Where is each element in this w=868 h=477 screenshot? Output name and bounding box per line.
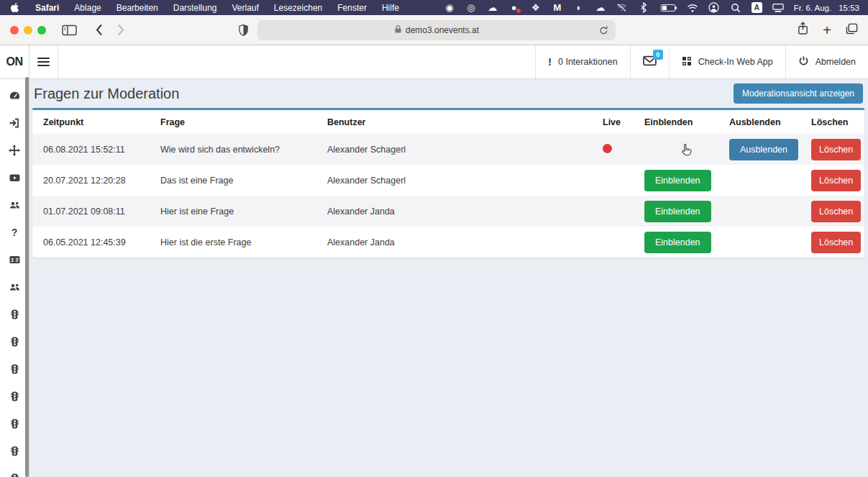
traffic-light-icon[interactable] [9, 308, 21, 320]
macos-menubar: Safari Ablage Bearbeiten Darstellung Ver… [0, 0, 868, 15]
exclamation-icon: ! [548, 56, 552, 68]
zoom-window-button[interactable] [37, 26, 46, 35]
evernote-icon[interactable]: ◗ [573, 2, 585, 14]
app-header: ! 0 Interaktionen 0 Check-In Web A [29, 45, 868, 79]
col-zeitpunkt: Zeitpunkt [32, 110, 155, 134]
mullvad-icon[interactable]: M [552, 2, 563, 14]
menu-darstellung[interactable]: Darstellung [173, 3, 217, 13]
menu-fenster[interactable]: Fenster [337, 3, 367, 13]
minimize-window-button[interactable] [24, 26, 32, 35]
einblenden-button[interactable]: Einblenden [644, 170, 711, 191]
dropbox-icon[interactable]: ❖ [530, 2, 542, 14]
video-icon[interactable] [9, 171, 21, 183]
app-red-badge-icon[interactable]: ● [508, 2, 520, 14]
col-loeschen: Löschen [805, 110, 864, 134]
tls-lock-icon [394, 24, 402, 36]
app-logo[interactable]: ON [0, 45, 29, 79]
menu-toggle-button[interactable] [29, 45, 58, 78]
loeschen-button[interactable]: Löschen [811, 170, 861, 191]
loeschen-button[interactable]: Löschen [811, 201, 861, 222]
cell-benutzer: Alexander Janda [321, 227, 597, 258]
sign-in-icon[interactable] [9, 117, 21, 129]
menu-ablage[interactable]: Ablage [74, 3, 101, 13]
menu-bearbeiten[interactable]: Bearbeiten [117, 3, 158, 13]
privacy-shield-icon[interactable] [238, 24, 249, 40]
traffic-light-icon[interactable] [9, 472, 21, 477]
traffic-light-icon[interactable] [9, 390, 21, 402]
sidebar-toggle-icon[interactable] [62, 24, 77, 36]
share-icon[interactable] [798, 22, 808, 38]
traffic-light-icon[interactable] [9, 417, 21, 430]
page-head: Fragen zur Moderation Moderationsansicht… [32, 79, 864, 108]
menubar-status-area: ◉ ◎ ☁ ● ❖ M ◗ ☁↑ A [444, 2, 859, 14]
url-text: demo3.onevents.at [406, 25, 479, 35]
logout-item[interactable]: Abmelden [785, 45, 868, 78]
screen-record-icon[interactable]: ◉ [444, 2, 455, 14]
tab-overview-icon[interactable] [846, 23, 858, 37]
page-title: Fragen zur Moderation [34, 86, 179, 102]
menu-hilfe[interactable]: Hilfe [382, 3, 399, 13]
loeschen-button[interactable]: Löschen [811, 139, 861, 160]
user-account-icon[interactable] [708, 2, 720, 14]
battery-icon[interactable] [659, 2, 677, 14]
users-icon[interactable] [9, 199, 21, 211]
id-card-icon[interactable] [9, 253, 21, 265]
new-tab-icon[interactable]: + [823, 23, 831, 37]
menubar-clock[interactable]: Fr. 6. Aug. 15:53 [794, 4, 859, 12]
input-source-icon[interactable]: A [751, 2, 762, 13]
help-icon[interactable]: ? [9, 226, 21, 238]
table-row: 20.07.2021 12:20:28 Das ist eine Frage A… [32, 165, 864, 196]
sidebar-nav: ? [0, 79, 29, 477]
sidebar-scrollbar[interactable] [25, 77, 29, 477]
bluetooth-icon[interactable] [638, 2, 649, 14]
cell-ausblenden-empty [723, 227, 805, 258]
einblenden-button[interactable]: Einblenden [644, 201, 711, 222]
users-group-icon[interactable] [9, 281, 21, 293]
menu-verlauf[interactable]: Verlauf [232, 3, 258, 13]
spotlight-search-icon[interactable] [730, 2, 741, 14]
cloud-icon[interactable]: ☁ [487, 2, 498, 14]
power-icon [798, 55, 809, 68]
traffic-light-icon[interactable] [9, 363, 21, 375]
forward-button[interactable] [117, 24, 124, 36]
live-indicator-dot [603, 144, 612, 153]
back-button[interactable] [96, 24, 103, 36]
traffic-light-icon[interactable] [9, 445, 21, 457]
activity-monitor-icon[interactable]: ◎ [465, 2, 477, 14]
checkin-web-app-item[interactable]: Check-In Web App [669, 45, 785, 78]
sidecar-display-icon[interactable] [772, 2, 784, 14]
app-sidebar: ON ? [0, 45, 29, 477]
interactions-item[interactable]: ! 0 Interaktionen [535, 45, 629, 78]
close-window-button[interactable] [10, 26, 19, 35]
cell-live-empty [597, 165, 639, 196]
cell-benutzer: Alexander Schagerl [321, 165, 597, 196]
menubar-time: 15:53 [839, 4, 859, 12]
mail-item[interactable]: 0 [630, 45, 669, 78]
traffic-light-icon[interactable] [9, 335, 21, 347]
reload-icon[interactable] [599, 25, 608, 37]
logout-label: Abmelden [816, 57, 856, 67]
ausblenden-button[interactable]: Ausblenden [729, 139, 798, 160]
app-window: ON ? [0, 45, 868, 477]
questions-table-card: Zeitpunkt Frage Benutzer Live Einblenden… [32, 108, 864, 258]
qr-grid-icon [682, 56, 692, 68]
cloud-upload-icon[interactable]: ☁↑ [595, 2, 606, 14]
cell-live-empty [597, 196, 639, 227]
menu-lesezeichen[interactable]: Lesezeichen [274, 3, 322, 13]
cell-ausblenden-empty [723, 196, 805, 227]
col-benutzer: Benutzer [321, 110, 597, 134]
loeschen-button[interactable]: Löschen [811, 232, 861, 253]
address-bar[interactable]: demo3.onevents.at [257, 20, 616, 40]
move-arrows-icon[interactable] [9, 144, 21, 156]
dashboard-icon[interactable] [9, 89, 21, 101]
cell-frage: Das ist eine Frage [155, 165, 321, 196]
wifi-slash-icon[interactable] [616, 2, 628, 14]
wifi-icon[interactable] [687, 2, 698, 14]
einblenden-button[interactable]: Einblenden [644, 232, 711, 253]
menu-safari[interactable]: Safari [35, 3, 59, 13]
checkin-label: Check-In Web App [698, 57, 773, 67]
cell-benutzer: Alexander Janda [321, 196, 597, 227]
page-content: Fragen zur Moderation Moderationsansicht… [29, 79, 868, 477]
apple-icon[interactable] [9, 2, 20, 14]
moderation-view-button[interactable]: Moderationsansicht anzeigen [734, 83, 863, 104]
